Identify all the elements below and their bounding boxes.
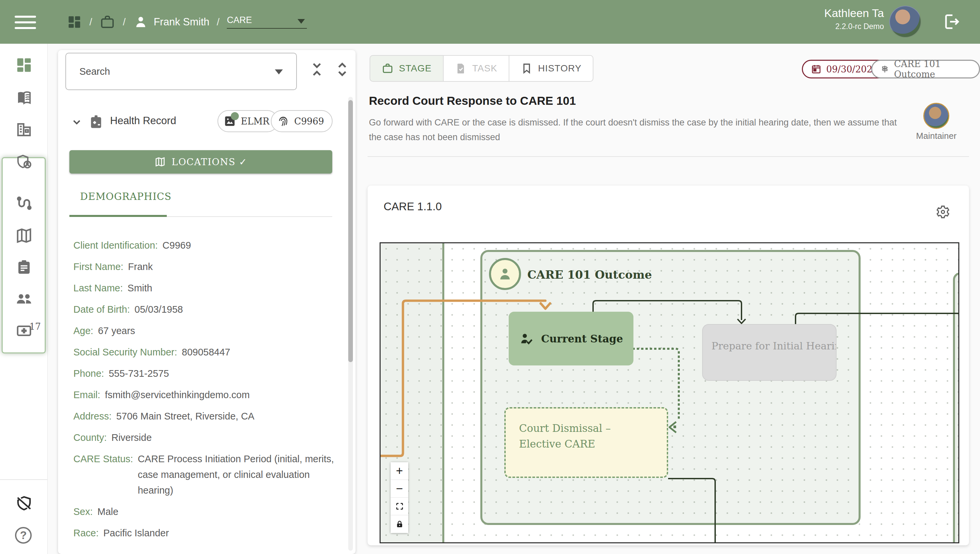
gear-icon[interactable] [934,204,950,220]
status-dot [231,112,239,120]
stage-tag-badge[interactable]: CARE 101 Outcome [871,60,980,78]
locations-button-label: LOCATIONS ✓ [172,156,248,168]
fit-view-button[interactable] [391,498,408,515]
node-current-stage[interactable]: Current Stage [509,312,633,366]
sidebar-item-workflows[interactable] [15,195,33,212]
zoom-in-button[interactable]: + [391,462,408,480]
menu-icon[interactable] [15,16,36,29]
maintainer-avatar[interactable] [923,103,949,129]
field-value: Pacific Islander [103,525,169,541]
field-label: County: [73,430,107,445]
field-label: Race: [73,525,99,541]
help-glyph: ? [20,529,27,542]
field-value: 5706 Main Street, Riverside, CA [116,409,254,424]
lock-button[interactable] [391,515,408,533]
node-court-dismissal[interactable]: Court Dismissal – Elective CARE [504,407,668,478]
field-row: Last Name: Smith [73,280,340,296]
field-label: Address: [73,409,111,424]
app-header: / / Frank Smith / CARE Kathleen Ta 2.2.0… [0,0,980,44]
field-label: Age: [73,323,94,339]
tab-task-label: TASK [473,63,497,74]
chip-label: ELMR [241,116,269,126]
field-label: CARE Status: [73,451,133,498]
field-value: Riverside [111,430,152,445]
sidebar-item-organization[interactable] [15,120,33,139]
tab-stage[interactable]: STAGE [369,55,444,82]
field-row: Email: fsmith@servicethinkingdemo.com [73,387,340,403]
breadcrumb-client-name[interactable]: Frank Smith [154,16,210,28]
diagram-zoom-controls: + − [391,462,408,533]
stage-title: Record Court Response to CARE 101 [369,94,576,107]
help-icon[interactable]: ? [15,527,32,544]
sidebar-item-tasks[interactable] [15,258,33,276]
scrollbar-thumb[interactable] [348,100,353,362]
field-value: Male [97,504,118,520]
search-input[interactable]: Search [65,53,297,90]
chevron-down-icon[interactable] [71,116,83,128]
briefcase-icon[interactable] [99,14,115,30]
zoom-out-button[interactable]: − [391,480,408,498]
search-placeholder: Search [80,66,110,77]
diagram-canvas[interactable]: CARE 101 Outcome Current Stage Prepare f… [380,242,959,543]
id-badge-icon [88,113,105,130]
privacy-shield-off-icon[interactable] [15,494,33,512]
collapse-all-icon[interactable] [309,61,325,77]
panel-scrollbar[interactable] [348,97,353,551]
breadcrumb-separator: / [82,16,99,28]
chip-client-id[interactable]: C9969 [271,110,332,132]
fingerprint-icon [277,115,290,128]
field-value: 555-731-2575 [109,366,169,382]
tab-task[interactable]: TASK [443,55,509,82]
tab-stage-label: STAGE [399,63,432,74]
field-label: Client Identification: [73,238,158,253]
sidebar-item-guardian[interactable] [15,153,33,171]
node-label: Prepare for Initial Hearing [711,340,837,352]
workflow-card: CARE 1.1.0 CARE 101 Outcome [368,185,969,545]
map-icon [154,156,166,168]
tab-history-label: HISTORY [538,63,581,74]
section-divider [368,156,969,157]
field-row: Date of Birth: 05/03/1958 [73,302,340,318]
field-label: Email: [73,387,100,403]
tab-demographics[interactable]: DEMOGRAPHICS [80,191,172,202]
field-row: Address: 5706 Main Street, Riverside, CA [73,409,340,424]
diagram-lane-left [380,243,444,542]
app-version: 2.2.0-rc Demo [824,21,884,32]
field-label: Sex: [73,504,93,520]
chip-elmr[interactable]: ELMR [218,110,278,132]
locations-button[interactable]: LOCATIONS ✓ [69,150,332,174]
person-icon[interactable] [133,14,148,30]
sidebar-item-people[interactable] [15,290,33,308]
user-name: Kathleen Ta [824,5,884,21]
image-icon [223,115,236,128]
due-date-label: 09/30/2025 [826,64,878,74]
sidebar-item-dashboard[interactable] [15,56,33,74]
dashboard-icon[interactable] [67,14,82,30]
sidebar-item-library[interactable] [15,89,33,107]
diagram-lane-right [953,272,959,543]
workflow-select-value: CARE [227,15,252,26]
sidebar-divider [0,479,48,480]
expand-all-icon[interactable] [334,61,350,77]
field-value: 809058447 [182,345,230,360]
sidebar-item-map[interactable] [15,227,33,244]
workflow-select[interactable]: CARE [227,15,307,29]
health-record-row: Health Record ELMR C9969 [58,107,356,139]
health-badge-count: 17 [29,321,41,332]
tab-history[interactable]: HISTORY [509,55,593,82]
node-label-line2: Elective CARE [519,436,667,452]
field-row: Sex: Male [73,504,340,520]
field-row: Age: 67 years [73,323,340,339]
field-label: Phone: [73,366,104,382]
logout-icon[interactable] [942,12,961,31]
node-prepare-initial-hearing[interactable]: Prepare for Initial Hearing [702,324,837,381]
field-row: Phone: 555-731-2575 [73,366,340,382]
field-row: Race: Pacific Islander [73,525,340,541]
left-nav: 17 ? [0,44,48,554]
workflow-title: CARE 1.1.0 [383,200,442,213]
stage-group-box[interactable] [480,250,861,525]
field-value: 05/03/1958 [134,302,183,318]
user-avatar[interactable] [889,6,921,38]
user-block: Kathleen Ta 2.2.0-rc Demo [824,5,884,32]
field-row: Client Identification: C9969 [73,238,340,253]
